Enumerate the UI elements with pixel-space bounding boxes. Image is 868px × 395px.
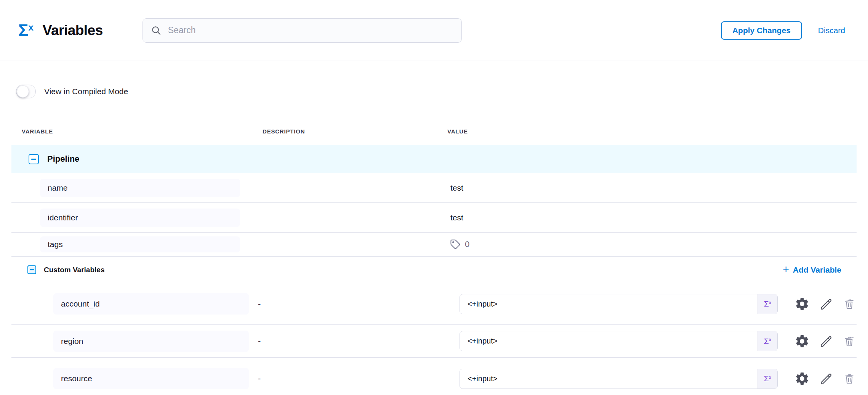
column-header-description: DESCRIPTION [258,128,447,135]
add-variable-button[interactable]: + Add Variable [783,265,841,275]
row-actions [794,371,855,386]
collapse-minus-icon[interactable] [27,265,36,274]
variable-name-field: account_id [53,293,249,315]
search-icon [151,25,162,36]
plus-icon: + [783,264,789,275]
tags-count: 0 [465,239,469,249]
custom-variables-label: Custom Variables [44,266,104,274]
row-actions [794,296,855,312]
value-input-wrap: Σx [460,331,778,351]
delete-button[interactable] [843,335,855,347]
compiled-mode-toggle[interactable] [16,85,36,98]
variable-name-field: resource [53,368,249,389]
apply-changes-button[interactable]: Apply Changes [721,21,802,40]
variable-value-input[interactable] [460,331,757,351]
pencil-icon [820,372,833,385]
compiled-mode-label: View in Compiled Mode [44,87,128,96]
row-actions [794,334,855,349]
search-box[interactable] [143,18,462,43]
variable-value-input[interactable] [460,369,757,389]
expression-type-chip[interactable]: Σx [757,294,777,314]
variables-table: VARIABLE DESCRIPTION VALUE Pipeline name… [11,117,857,395]
pencil-icon [820,334,833,348]
variable-name-field: tags [40,236,240,252]
variable-name-field: name [40,179,240,197]
trash-icon [843,298,855,310]
settings-button[interactable] [794,371,810,386]
table-row: name test [11,173,857,203]
custom-variables-group-row: Custom Variables + Add Variable [11,257,857,283]
edit-button[interactable] [820,297,833,311]
table-row: resource - Σx [11,358,857,395]
table-row: region - Σx [11,325,857,358]
column-header-value: VALUE [447,128,857,135]
variables-sigma-icon: Σx [18,22,34,39]
gear-icon [794,334,810,349]
edit-button[interactable] [820,372,833,385]
table-row: tags 0 [11,233,857,257]
settings-button[interactable] [794,296,810,312]
trash-icon [843,335,855,347]
variable-name-field: region [53,331,249,352]
pencil-icon [820,297,833,311]
settings-button[interactable] [794,334,810,349]
column-header-variable: VARIABLE [22,128,258,135]
table-header-row: VARIABLE DESCRIPTION VALUE [11,117,857,145]
expression-type-chip[interactable]: Σx [757,369,777,389]
variable-description: - [258,299,447,309]
variable-value-input[interactable] [460,294,757,314]
variable-value: test [447,213,857,222]
expression-type-chip[interactable]: Σx [757,331,777,351]
pipeline-group-label: Pipeline [47,154,79,164]
discard-button[interactable]: Discard [818,26,845,35]
variables-panel: View in Compiled Mode VARIABLE DESCRIPTI… [0,85,868,395]
search-input[interactable] [168,25,454,35]
page-header: Σx Variables Apply Changes Discard [0,0,868,61]
compiled-mode-row: View in Compiled Mode [11,85,857,98]
gear-icon [794,371,810,386]
toggle-knob [17,85,29,98]
delete-button[interactable] [843,373,855,385]
page-title: Variables [43,22,103,39]
collapse-minus-icon[interactable] [29,154,39,164]
variable-name-field: identifier [40,209,240,227]
tag-icon [450,239,461,250]
variable-description: - [258,374,447,384]
value-input-wrap: Σx [460,294,778,314]
table-row: account_id - Σx [11,283,857,325]
delete-button[interactable] [843,298,855,310]
variable-value: test [447,183,857,193]
trash-icon [843,373,855,385]
variable-description: - [258,336,447,346]
tags-value: 0 [447,239,857,250]
gear-icon [794,296,810,312]
table-row: identifier test [11,203,857,233]
edit-button[interactable] [820,334,833,348]
value-input-wrap: Σx [460,369,778,389]
pipeline-group-row: Pipeline [11,145,857,173]
